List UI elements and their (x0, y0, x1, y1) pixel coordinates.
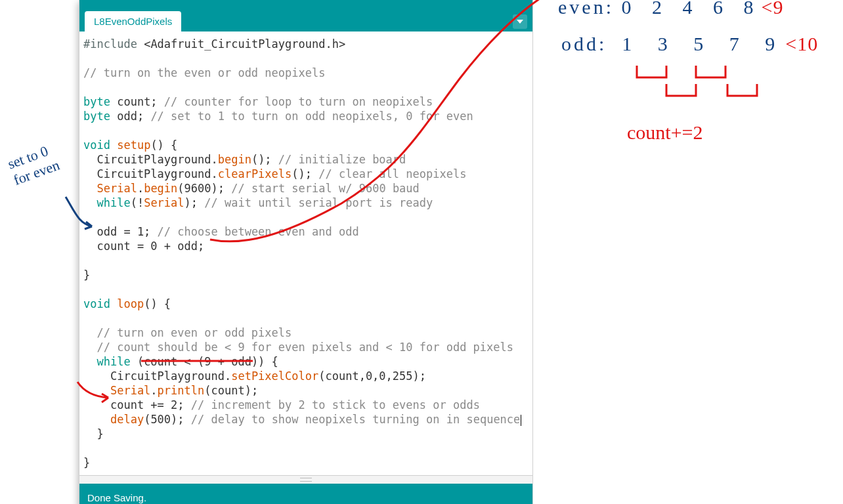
code-token: byte (83, 110, 110, 123)
status-bar: Done Saving. (79, 484, 532, 504)
code-comment: // initialize board (278, 153, 406, 166)
code-comment: // choose between even and odd (158, 225, 359, 238)
annotation-text: 1 3 5 7 9 (622, 33, 785, 54)
code-token: (count < (9 + odd)) { (131, 355, 278, 368)
code-token: () { (150, 138, 177, 152)
tab-bar: L8EvenOddPixels (79, 9, 532, 32)
code-token: loop (110, 297, 144, 310)
code-token: Serial (83, 384, 150, 397)
code-token: 9600 (184, 182, 211, 195)
code-token: Serial (83, 182, 137, 195)
code-token: count; (110, 95, 164, 108)
code-token: begin (144, 182, 177, 195)
code-token: <Adafruit_CircuitPlayground.h> (144, 37, 345, 51)
tab-menu-button[interactable] (513, 14, 527, 29)
chevron-down-icon (517, 20, 523, 24)
code-comment: // clear all neopixels (318, 167, 466, 180)
code-token: } (83, 456, 90, 469)
code-comment: // increment by 2 to stick to evens or o… (191, 398, 480, 411)
code-editor[interactable]: #include <Adafruit_CircuitPlayground.h> … (79, 32, 532, 475)
code-token: (); (251, 153, 278, 166)
code-token: #include (83, 37, 137, 51)
code-comment: // start serial w/ 9600 baud (231, 182, 420, 195)
code-comment: // turn on even or odd pixels (83, 326, 292, 339)
code-token: clearPixels (218, 167, 292, 180)
code-token: count += 2; (83, 398, 191, 411)
code-token: (); (292, 167, 318, 180)
arduino-ide-window: L8EvenOddPixels #include <Adafruit_Circu… (79, 0, 533, 504)
code-token: odd = 1; (83, 225, 158, 238)
code-token: (! (131, 196, 144, 209)
annotation-text: 0 2 4 6 8 (621, 0, 761, 18)
code-token: } (83, 268, 90, 282)
panel-resize-grip[interactable] (79, 475, 532, 484)
code-token: setup (110, 138, 150, 152)
annotation-text: odd: (561, 33, 607, 54)
code-token: while (83, 196, 131, 209)
code-token: void (83, 138, 110, 152)
code-token: 500 (150, 413, 171, 426)
code-token: CircuitPlayground. (83, 167, 218, 180)
annotation-text: even: (558, 0, 614, 18)
code-comment: // delay to show neopixels turning on in… (191, 413, 521, 426)
sketch-tab[interactable]: L8EvenOddPixels (85, 11, 181, 32)
code-token: () { (144, 297, 171, 310)
annotation-text: <9 (761, 0, 783, 18)
code-comment: // wait until serial port is ready (204, 196, 433, 209)
code-token: begin (218, 153, 251, 166)
code-token: delay (83, 413, 144, 426)
code-token: void (83, 297, 110, 310)
code-token: ); (171, 413, 191, 426)
code-token: byte (83, 95, 110, 108)
code-token: ); (211, 182, 232, 195)
text-cursor (521, 415, 521, 426)
ide-toolbar-strip (79, 0, 532, 9)
code-token: (count,0,0,255); (318, 369, 426, 383)
code-token: CircuitPlayground. (83, 369, 231, 383)
code-token: CircuitPlayground. (83, 153, 218, 166)
code-token: println (158, 384, 205, 397)
code-comment: // turn on the even or odd neopixels (83, 66, 325, 79)
code-token: count = 0 + odd; (83, 240, 204, 253)
code-token: odd; (110, 110, 150, 123)
annotation-odd-row: odd: 1 3 5 7 9<10 (561, 33, 818, 55)
code-token: setPixelColor (231, 369, 318, 383)
code-token: } (83, 427, 104, 440)
code-token: ( (144, 413, 150, 426)
code-token: while (83, 355, 131, 368)
code-token: Serial (144, 196, 184, 209)
annotation-text: <10 (785, 33, 818, 54)
code-token: ( (177, 182, 184, 195)
code-comment: // set to 1 to turn on odd neopixels, 0 … (150, 110, 473, 123)
code-token: ); (184, 196, 205, 209)
annotation-count-plus-two: count+=2 (627, 121, 703, 144)
annotation-even-row: even: 0 2 4 6 8<9 (558, 0, 783, 18)
code-token: (count); (204, 384, 258, 397)
code-token: . (137, 182, 144, 195)
annotation-set-to-zero: set to 0 for even (5, 140, 62, 189)
code-token: . (150, 384, 157, 397)
code-comment: // counter for loop to turn on neopixels (164, 95, 433, 108)
code-comment: // count should be < 9 for even pixels a… (83, 341, 513, 354)
